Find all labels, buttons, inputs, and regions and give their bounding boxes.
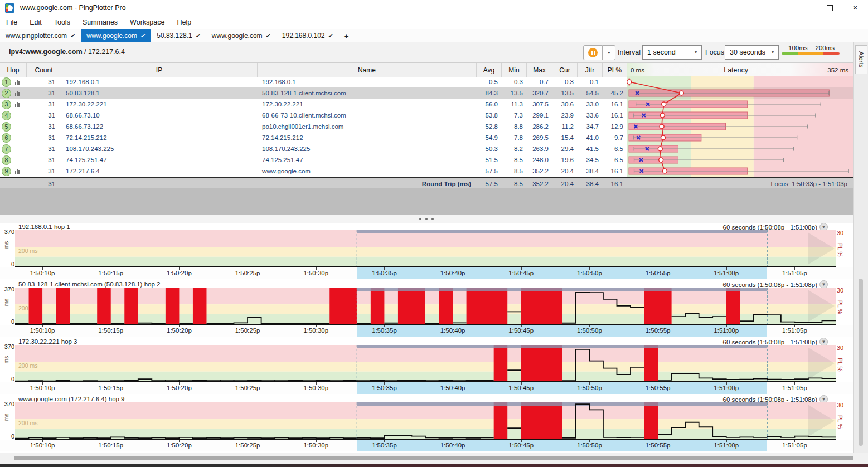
min-cell: 8.5 (502, 154, 527, 166)
latency-graph-cell (627, 76, 853, 87)
timeline-graph-4: www.google.com (172.217.6.4) hop 960 sec… (0, 395, 853, 453)
app-icon (5, 3, 14, 13)
time-tick-label: 1:50:45p (508, 270, 534, 276)
focus-select[interactable]: 30 seconds▼ (725, 45, 779, 60)
cur-cell: 20.4 (552, 166, 578, 177)
graph-header: www.google.com (172.217.6.4) hop 960 sec… (0, 395, 853, 402)
vertical-scrollbar[interactable] (859, 279, 863, 446)
target-tab-5[interactable]: 192.168.0.102✔ (277, 29, 339, 42)
chevron-down-icon: ▼ (607, 51, 611, 55)
legend-200ms-label: 200ms (816, 45, 835, 51)
y-axis-max-label: 370 (1, 228, 14, 235)
table-row-hop-1[interactable]: 131192.168.0.1192.168.0.10.50.30.70.30.1 (0, 76, 853, 87)
menu-item-summaries[interactable]: Summaries (76, 18, 124, 26)
graph-plot-area[interactable]: 200 ms (0, 345, 853, 382)
time-tick-label: 1:50:20p (167, 327, 192, 334)
column-header-jttr[interactable]: Jttr (578, 63, 603, 77)
alerts-tab[interactable]: Alerts (855, 45, 867, 74)
time-tick-label: 1:50:35p (372, 385, 397, 391)
time-tick-label: 1:50:15p (98, 385, 123, 391)
latency-graph-cell (627, 121, 853, 132)
target-tab-4[interactable]: www.google.com✔ (206, 29, 277, 42)
ip-cell: 108.170.243.225 (61, 143, 258, 154)
graph-plot-area[interactable]: 200 ms (0, 230, 853, 267)
min-cell: 0.3 (502, 76, 527, 87)
column-header-count[interactable]: Count (27, 63, 61, 77)
minimize-icon[interactable]: — (791, 0, 817, 16)
focus-axis-highlight (357, 440, 767, 451)
table-row-hop-3[interactable]: 331172.30.22.221172.30.22.22156.011.3307… (0, 99, 853, 110)
count-cell: 31 (27, 132, 61, 143)
time-tick-label: 1:50:45p (508, 385, 534, 391)
graph-plot-area[interactable]: 200 ms (0, 288, 853, 325)
count-cell: 31 (27, 76, 61, 87)
column-header-hop[interactable]: Hop (0, 63, 27, 77)
maximize-icon[interactable] (817, 0, 842, 16)
round-trip-avg: 57.5 (477, 178, 502, 189)
duration-text: 60 seconds (1:50:08p - 1:51:08p) (723, 224, 817, 231)
target-ip: 172.217.6.4 (88, 48, 125, 56)
check-icon: ✔ (266, 32, 271, 40)
jttr-cell: 34.5 (578, 154, 603, 166)
target-tab-bar: www.pingplotter.com✔www.google.com✔50.83… (0, 29, 868, 43)
close-icon[interactable]: ✕ (842, 0, 868, 16)
name-cell: po10.chgil001er1.mchsi.com (258, 121, 477, 132)
time-tick-label: 1:50:30p (303, 442, 328, 449)
graph-plot-area[interactable]: 200 ms (0, 402, 853, 440)
latency-distribution-graph (627, 121, 853, 132)
table-row-hop-8[interactable]: 83174.125.251.4774.125.251.4751.58.5248.… (0, 154, 853, 166)
max-cell: 299.1 (527, 110, 552, 121)
add-target-tab-button[interactable]: + (339, 29, 354, 42)
latency-distribution-graph (627, 99, 853, 110)
time-tick-label: 1:50:35p (372, 270, 397, 276)
horizontal-scrollbar[interactable] (0, 453, 868, 464)
menu-item-edit[interactable]: Edit (23, 18, 48, 26)
time-tick-label: 1:50:50p (577, 385, 602, 391)
interval-select[interactable]: 1 second▼ (642, 45, 702, 60)
column-header-min[interactable]: Min (502, 63, 527, 77)
pause-button[interactable] (583, 45, 603, 60)
ip-cell: 172.30.22.221 (61, 99, 258, 110)
round-trip-row: 31 Round Trip (ms) 57.5 8.5 352.2 20.4 3… (0, 177, 853, 189)
column-header-ip[interactable]: IP (61, 63, 258, 77)
graph-title: 50-83-128-1.client.mchsi.com (50.83.128.… (18, 281, 160, 288)
horizontal-scrollbar-thumb[interactable] (14, 456, 853, 460)
column-header-latency[interactable]: 0 msLatency352 ms (627, 63, 853, 77)
table-row-hop-7[interactable]: 731108.170.243.225108.170.243.22550.38.2… (0, 143, 853, 154)
round-trip-pl: 16.1 (603, 178, 627, 189)
time-tick-label: 1:51:00p (714, 270, 739, 276)
hop-number-badge: 4 (2, 111, 11, 120)
target-tab-3[interactable]: 50.83.128.1✔ (151, 29, 206, 42)
column-header-pl[interactable]: PL% (603, 63, 627, 77)
cur-cell: 29.4 (552, 143, 578, 154)
column-header-cur[interactable]: Cur (552, 63, 578, 77)
table-row-hop-6[interactable]: 63172.14.215.21272.14.215.21254.97.8269.… (0, 132, 853, 143)
menu-item-workspace[interactable]: Workspace (124, 18, 171, 26)
pause-dropdown-button[interactable]: ▼ (603, 45, 615, 60)
table-row-hop-5[interactable]: 53168.66.73.122po10.chgil001er1.mchsi.co… (0, 121, 853, 132)
graph-header: 192.168.0.1 hop 160 seconds (1:50:08p - … (0, 223, 853, 230)
target-tab-1[interactable]: www.pingplotter.com✔ (0, 29, 81, 42)
svg-text:200 ms: 200 ms (18, 420, 37, 426)
latency-graph-cell (627, 154, 853, 166)
column-header-name[interactable]: Name (258, 63, 477, 77)
target-tab-2[interactable]: www.google.com✔ (81, 29, 151, 42)
time-tick-label: 1:51:05p (782, 270, 807, 276)
count-cell: 31 (27, 87, 61, 99)
table-row-hop-2[interactable]: 23150.83.128.150-83-128-1.client.mchsi.c… (0, 87, 853, 99)
pingplotter-window: www.google.com - PingPlotter Pro — ✕ Fil… (0, 0, 868, 467)
menu-item-file[interactable]: File (0, 18, 23, 26)
avg-cell: 56.0 (477, 99, 502, 110)
latency-graph-cell (627, 99, 853, 110)
pl-cell: 45.2 (603, 87, 627, 99)
menu-item-tools[interactable]: Tools (48, 18, 76, 26)
time-tick-label: 1:50:45p (508, 442, 534, 449)
table-row-hop-4[interactable]: 43168.66.73.1068-66-73-10.client.mchsi.c… (0, 110, 853, 121)
table-row-hop-9[interactable]: 931172.217.6.4www.google.com57.58.5352.2… (0, 166, 853, 177)
menu-item-help[interactable]: Help (171, 18, 197, 26)
splitter-handle[interactable] (0, 215, 853, 223)
column-header-avg[interactable]: Avg (477, 63, 502, 77)
column-header-max[interactable]: Max (527, 63, 552, 77)
y-axis-unit-label: ms (3, 353, 9, 367)
latency-graph-cell (627, 132, 853, 143)
